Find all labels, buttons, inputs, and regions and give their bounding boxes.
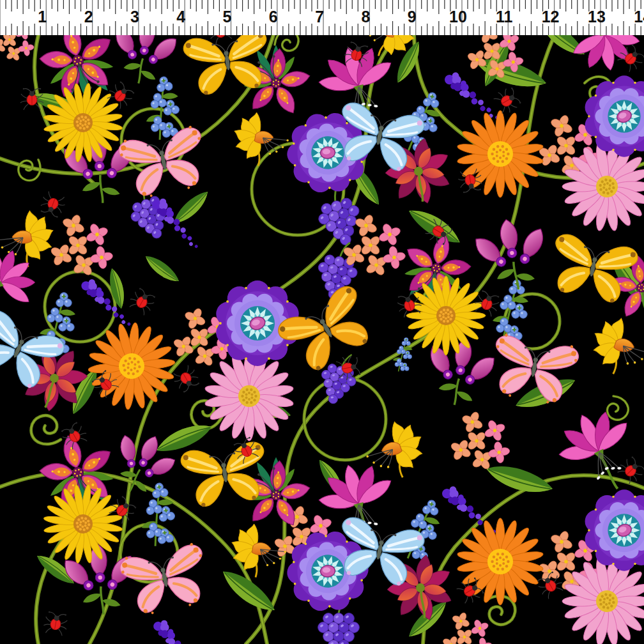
svg-text:2: 2 [84, 8, 93, 26]
svg-text:8: 8 [361, 8, 370, 26]
svg-text:7: 7 [315, 8, 324, 26]
inch-ruler: 1234567891011121314 [0, 0, 644, 35]
svg-text:3: 3 [130, 8, 139, 26]
svg-text:1: 1 [38, 8, 47, 26]
svg-text:10: 10 [449, 8, 467, 26]
fabric-product-photo: 1234567891011121314 [0, 0, 644, 644]
svg-text:6: 6 [269, 8, 278, 26]
svg-text:12: 12 [542, 8, 560, 26]
svg-text:13: 13 [588, 8, 606, 26]
svg-text:5: 5 [223, 8, 232, 26]
svg-text:14: 14 [634, 8, 644, 26]
fabric-swatch: 1234567891011121314 [0, 0, 644, 644]
svg-text:11: 11 [496, 8, 513, 26]
svg-text:9: 9 [408, 8, 417, 26]
svg-text:4: 4 [176, 8, 185, 26]
